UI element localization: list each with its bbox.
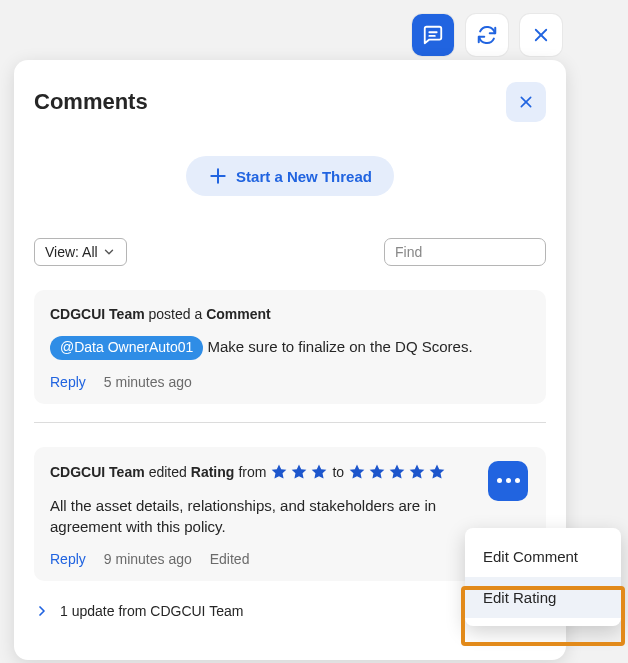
comments-toggle-button[interactable]: [412, 14, 454, 56]
reply-link[interactable]: Reply: [50, 551, 86, 567]
comment-time: 5 minutes ago: [104, 374, 192, 390]
start-thread-label: Start a New Thread: [236, 168, 372, 185]
dot-icon: [515, 478, 520, 483]
star-icon: [388, 463, 406, 481]
rating-to-word: to: [332, 464, 344, 480]
rating-object: Rating: [191, 464, 235, 480]
rating-time: 9 minutes ago: [104, 551, 192, 567]
divider: [34, 422, 546, 423]
chevron-right-icon: [34, 603, 50, 619]
star-icon: [348, 463, 366, 481]
start-thread-button[interactable]: Start a New Thread: [186, 156, 394, 196]
plus-icon: [208, 166, 228, 186]
comment-icon: [422, 24, 444, 46]
rating-edited: Edited: [210, 551, 250, 567]
star-icon: [368, 463, 386, 481]
comment-card: CDGCUI Team posted a Comment @Data Owner…: [34, 290, 546, 404]
star-icon: [428, 463, 446, 481]
more-actions-button[interactable]: [488, 461, 528, 501]
comment-text: Make sure to finalize on the DQ Scores.: [203, 338, 472, 355]
star-icon: [290, 463, 308, 481]
actions-popover: Edit Comment Edit Rating: [465, 528, 621, 626]
stars-from: [270, 463, 328, 481]
close-top-button[interactable]: [520, 14, 562, 56]
chevron-down-icon: [102, 245, 116, 259]
reply-link[interactable]: Reply: [50, 374, 86, 390]
comment-object: Comment: [206, 306, 271, 322]
star-icon: [408, 463, 426, 481]
rating-verb: edited: [149, 464, 187, 480]
find-input[interactable]: [384, 238, 546, 266]
rating-body: All the asset details, relationships, an…: [50, 495, 530, 537]
view-filter-button[interactable]: View: All: [34, 238, 127, 266]
star-icon: [270, 463, 288, 481]
close-icon: [518, 94, 534, 110]
view-filter-label: View: All: [45, 244, 98, 260]
stars-to: [348, 463, 446, 481]
star-icon: [310, 463, 328, 481]
comment-author: CDGCUI Team: [50, 306, 145, 322]
rating-author: CDGCUI Team: [50, 464, 145, 480]
edit-comment-item[interactable]: Edit Comment: [465, 536, 621, 577]
close-panel-button[interactable]: [506, 82, 546, 122]
edit-rating-item[interactable]: Edit Rating: [465, 577, 621, 618]
dot-icon: [506, 478, 511, 483]
refresh-button[interactable]: [466, 14, 508, 56]
close-icon: [532, 26, 550, 44]
comment-verb: posted a: [145, 306, 207, 322]
mention-chip[interactable]: @Data OwnerAuto01: [50, 336, 203, 360]
rating-from-word: from: [238, 464, 266, 480]
panel-title: Comments: [34, 89, 148, 115]
refresh-icon: [476, 24, 498, 46]
updates-text: 1 update from CDGCUI Team: [60, 603, 243, 619]
dot-icon: [497, 478, 502, 483]
